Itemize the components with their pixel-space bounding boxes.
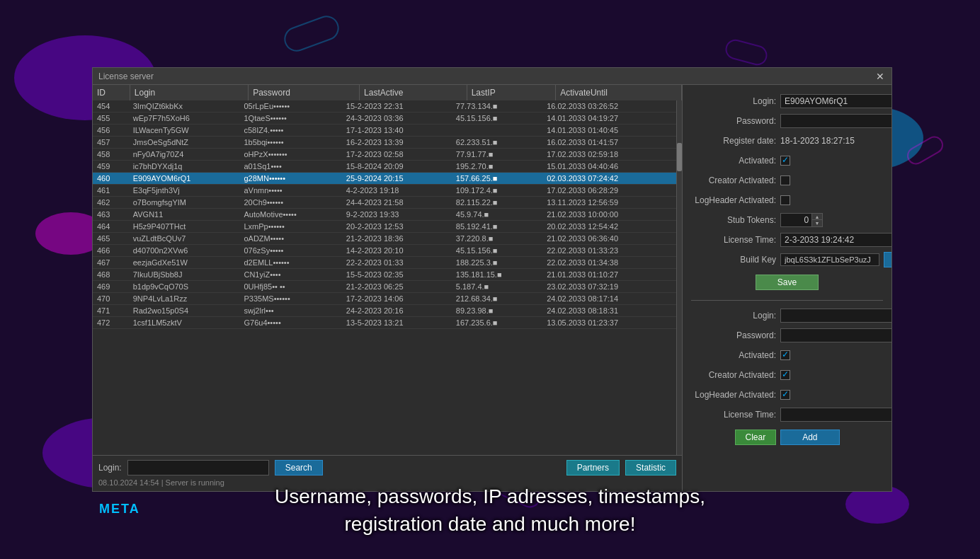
table-cell: 465: [93, 233, 129, 245]
build-key-input[interactable]: [780, 253, 879, 266]
table-cell: 471: [93, 305, 129, 317]
table-row[interactable]: 466d40700n2XVw6076zSy•••••14-2-2023 20:1…: [93, 245, 676, 257]
table-cell: E909AYOM6rQ1: [129, 173, 240, 185]
spin-down-button[interactable]: ▼: [812, 220, 822, 226]
table-row[interactable]: 463AVGN11AutoMotive•••••9-2-2023 19:3345…: [93, 209, 676, 221]
table-row[interactable]: 457JmsOeSg5dNtZ1b5bqi••••••16-2-2023 13:…: [93, 137, 676, 149]
detail-stub-row: Stub Tokens: ▲ ▼: [691, 212, 883, 228]
detail-activated-checkbox[interactable]: [780, 156, 790, 166]
table-cell: aVnmn•••••: [239, 185, 341, 197]
table-cell: 21.02.2033 06:36:40: [542, 233, 676, 245]
detail-logheader-checkbox[interactable]: [780, 195, 790, 205]
table-cell: 109.172.4.■: [452, 185, 542, 197]
table-cell: 16.02.2033 01:41:57: [542, 137, 676, 149]
scrollbar-track[interactable]: [676, 100, 682, 455]
detail-password-input[interactable]: [780, 114, 891, 128]
table-row[interactable]: 4709NP4LvLa1RzzP335MS••••••17-2-2023 14:…: [93, 293, 676, 305]
table-cell: 188.225.3.■: [452, 257, 542, 269]
add-activated-checkbox[interactable]: [780, 350, 790, 360]
table-cell: 62.233.51.■: [452, 137, 542, 149]
table-cell: 20-2-2023 12:53: [342, 221, 452, 233]
table-cell: 15-2-2023 22:31: [342, 100, 452, 113]
table-body-scroll[interactable]: 4543ImQIZt6kbKx05rLpEu••••••15-2-2023 22…: [93, 100, 676, 455]
table-row[interactable]: 4543ImQIZt6kbKx05rLpEu••••••15-2-2023 22…: [93, 100, 676, 113]
add-login-row: Login:: [691, 308, 883, 323]
add-login-label: Login:: [691, 311, 776, 321]
statistic-button[interactable]: Statistic: [625, 460, 676, 476]
clear-button[interactable]: Clear: [735, 430, 777, 445]
table-cell: 14.01.2033 01:40:45: [542, 125, 676, 137]
data-table: ID Login Password LastActive LastIP Acti…: [93, 85, 682, 100]
right-panel: Login: Password: Register date: 18-1-202…: [683, 85, 891, 491]
table-cell: 77.91.77.■: [452, 149, 542, 161]
caption-line1: Username, passwords, IP adresses, timest…: [275, 485, 705, 507]
table-cell: 13.05.2033 01:23:37: [542, 317, 676, 329]
detail-password-row: Password:: [691, 113, 883, 129]
spin-up-button[interactable]: ▲: [812, 214, 822, 220]
table-cell: oADZM•••••: [239, 233, 341, 245]
add-creator-checkbox[interactable]: [780, 370, 790, 380]
table-cell: 45.9.74.■: [452, 209, 542, 221]
search-row: Login: Search Partners Statistic: [98, 460, 676, 476]
table-row[interactable]: 465vuZLdtBcQUv7oADZM•••••21-2-2023 18:36…: [93, 233, 676, 245]
add-logheader-checkbox[interactable]: [780, 390, 790, 400]
table-cell: 455: [93, 113, 129, 125]
partners-button[interactable]: Partners: [566, 460, 620, 476]
table-cell: 24.02.2033 08:17:14: [542, 293, 676, 305]
save-button[interactable]: Save: [756, 275, 819, 290]
add-license-row: License Time:: [691, 407, 883, 422]
table-cell: 21-2-2023 18:36: [342, 233, 452, 245]
table-cell: 45.15.156.■: [452, 245, 542, 257]
add-button[interactable]: Add: [780, 430, 839, 445]
table-cell: G76u4•••••: [239, 317, 341, 329]
detail-login-input[interactable]: [780, 94, 891, 108]
table-cell: 24-2-2023 20:16: [342, 305, 452, 317]
search-input[interactable]: [127, 460, 269, 476]
table-cell: 135.181.15.■: [452, 269, 542, 281]
table-cell: 21.01.2033 01:10:27: [542, 269, 676, 281]
table-row[interactable]: 4687IkuUBjSbb8JCN1yiZ••••15-5-2023 02:35…: [93, 269, 676, 281]
search-button[interactable]: Search: [275, 460, 323, 476]
table-row[interactable]: 459ic7bhDYXdj1qa01Sq1••••15-8-2024 20:09…: [93, 161, 676, 173]
new-build-key-button[interactable]: New: [884, 252, 891, 267]
table-cell: wEp7F7h5XoH6: [129, 113, 240, 125]
table-cell: g28MN••••••: [239, 173, 341, 185]
table-cell: 212.68.34.■: [452, 293, 542, 305]
caption-line2: registration date and much more!: [345, 513, 636, 535]
table-cell: 1QtaeS••••••: [239, 113, 341, 125]
detail-creator-label: Creator Activated:: [691, 175, 776, 185]
table-cell: 15-5-2023 02:35: [342, 269, 452, 281]
add-login-input[interactable]: [780, 309, 891, 323]
table-row[interactable]: 467eezjaGdXe51Wd2EMLL••••••22-2-2023 01:…: [93, 257, 676, 269]
scrollbar-thumb[interactable]: [677, 143, 682, 171]
table-cell: 14-2-2023 20:10: [342, 245, 452, 257]
table-cell: 464: [93, 221, 129, 233]
detail-creator-checkbox[interactable]: [780, 175, 790, 185]
table-row[interactable]: 456ILWacenTy5GWc58IZ4.•••••17-1-2023 13:…: [93, 125, 676, 137]
detail-license-input[interactable]: [780, 233, 891, 247]
table-row[interactable]: 461E3qF5jnth3VjaVnmn•••••4-2-2023 19:181…: [93, 185, 676, 197]
add-license-input[interactable]: [780, 408, 891, 422]
col-activate-until: ActivateUntil: [556, 85, 682, 100]
table-cell: 1b5bqi••••••: [239, 137, 341, 149]
close-button[interactable]: ✕: [874, 71, 886, 82]
table-row[interactable]: 462o7BomgfsgYIM20Ch9••••••24-4-2023 21:5…: [93, 197, 676, 209]
divider: [691, 300, 883, 301]
table-cell: o7BomgfsgYIM: [129, 197, 240, 209]
table-row[interactable]: 458nFy0A7ig70Z4oHPzX•••••••17-2-2023 02:…: [93, 149, 676, 161]
table-row[interactable]: 471Rad2wo15p0S4swj2lrl•••24-2-2023 20:16…: [93, 305, 676, 317]
stub-tokens-input[interactable]: [780, 213, 812, 227]
table-cell: 9-2-2023 19:33: [342, 209, 452, 221]
table-row[interactable]: 4721csf1LM5zktVG76u4•••••13-5-2023 13:21…: [93, 317, 676, 329]
table-row[interactable]: 455wEp7F7h5XoH61QtaeS••••••24-3-2023 03:…: [93, 113, 676, 125]
detail-logheader-label: LogHeader Activated:: [691, 195, 776, 205]
table-scroll-area: 4543ImQIZt6kbKx05rLpEu••••••15-2-2023 22…: [93, 100, 682, 455]
table-row[interactable]: 469b1dp9vCqO70S0UHfj85•• ••21-2-2023 06:…: [93, 281, 676, 293]
table-cell: 0UHfj85•• ••: [239, 281, 341, 293]
table-cell: 14.01.2033 04:19:27: [542, 113, 676, 125]
add-password-input[interactable]: [780, 328, 891, 342]
col-last-active: LastActive: [360, 85, 467, 100]
table-row[interactable]: 460E909AYOM6rQ1g28MN••••••25-9-2024 20:1…: [93, 173, 676, 185]
table-row[interactable]: 464H5z9P407THctLxmPp••••••20-2-2023 12:5…: [93, 221, 676, 233]
window-content: ID Login Password LastActive LastIP Acti…: [93, 85, 891, 491]
